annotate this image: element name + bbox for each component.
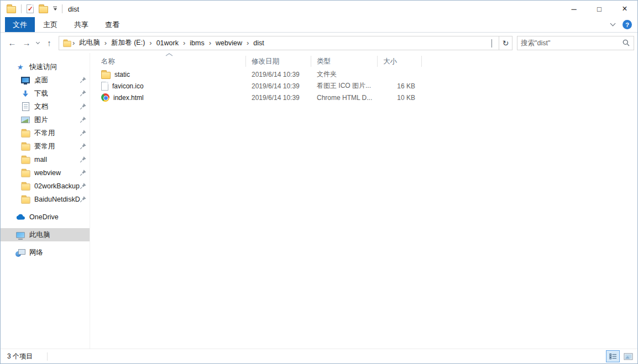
customize-qat-caret-icon[interactable] bbox=[53, 7, 57, 12]
title-bar: ✓ dist ─ □ × bbox=[1, 1, 637, 17]
sidebar-item-downloads[interactable]: 下载 bbox=[1, 87, 90, 100]
expand-ribbon-chevron-icon[interactable] bbox=[610, 21, 616, 27]
sidebar-item-label: mall bbox=[34, 156, 47, 163]
pin-icon bbox=[79, 196, 87, 203]
sidebar-item-webview[interactable]: webview bbox=[1, 166, 90, 180]
maximize-button[interactable]: □ bbox=[587, 1, 612, 17]
sidebar-item-label: 下载 bbox=[34, 89, 48, 98]
column-header-date-modified[interactable]: 修改日期 bbox=[246, 56, 311, 67]
chrome-html-icon bbox=[101, 93, 109, 102]
tab-view[interactable]: 查看 bbox=[97, 17, 128, 32]
quick-access-toolbar: ✓ bbox=[1, 4, 62, 13]
folder-icon bbox=[20, 142, 30, 151]
sidebar-item-label: webview bbox=[34, 169, 61, 177]
pin-icon bbox=[79, 103, 87, 110]
toolbar-separator bbox=[62, 4, 62, 13]
breadcrumb-webview[interactable]: webview bbox=[212, 39, 246, 47]
pictures-icon bbox=[20, 117, 30, 123]
minimize-button[interactable]: ─ bbox=[561, 1, 587, 17]
help-icon[interactable]: ? bbox=[623, 20, 632, 29]
window-title: dist bbox=[68, 5, 79, 13]
breadcrumb-ibms[interactable]: ibms bbox=[186, 39, 208, 47]
sidebar-item-label: 网络 bbox=[29, 248, 43, 257]
column-header-name[interactable]: 名称 bbox=[96, 56, 246, 67]
sidebar-item-mall[interactable]: mall bbox=[1, 153, 90, 166]
sidebar-item-buchangyong[interactable]: 不常用 bbox=[1, 126, 90, 140]
pin-icon bbox=[79, 129, 87, 137]
this-pc-icon bbox=[15, 232, 25, 238]
documents-icon bbox=[20, 102, 30, 111]
sidebar-item-yaochangyong[interactable]: 要常用 bbox=[1, 140, 90, 153]
sidebar-item-quick-access[interactable]: ★ 快速访问 bbox=[1, 60, 90, 73]
sidebar-item-desktop[interactable]: 桌面 bbox=[1, 73, 90, 87]
file-date: 2019/6/14 10:39 bbox=[246, 71, 311, 78]
tab-file[interactable]: 文件 bbox=[5, 17, 35, 32]
file-row-static[interactable]: static 2019/6/14 10:39 文件夹 bbox=[90, 68, 637, 80]
breadcrumb-this-pc[interactable]: 此电脑 bbox=[75, 38, 104, 48]
details-view-button[interactable] bbox=[606, 350, 620, 362]
downloads-icon bbox=[20, 89, 30, 98]
properties-icon[interactable]: ✓ bbox=[27, 4, 34, 13]
sidebar-item-label: 要常用 bbox=[34, 142, 55, 151]
column-header-type[interactable]: 类型 bbox=[311, 56, 378, 67]
file-type: 看图王 ICO 图片... bbox=[311, 81, 378, 91]
file-name: favicon.ico bbox=[112, 82, 144, 90]
sidebar-item-documents[interactable]: 文档 bbox=[1, 100, 90, 113]
desktop-icon bbox=[20, 77, 30, 83]
pin-icon bbox=[79, 76, 87, 84]
refresh-button[interactable]: ↻ bbox=[499, 36, 513, 50]
explorer-window: ✓ dist ─ □ × 文件 主页 共享 查看 ? ← → ↑ › 此电脑 bbox=[0, 0, 638, 364]
item-count: 3 个项目 bbox=[7, 352, 33, 361]
forward-button[interactable]: → bbox=[19, 36, 34, 50]
column-headers: 名称 修改日期 类型 大小 bbox=[90, 54, 637, 68]
sidebar-item-label: 快速访问 bbox=[29, 62, 57, 72]
window-controls: ─ □ × bbox=[561, 1, 637, 17]
sidebar-item-label: 02workBackup bbox=[34, 182, 80, 190]
file-row-index-html[interactable]: index.html 2019/6/14 10:39 Chrome HTML D… bbox=[90, 92, 637, 103]
sidebar-item-label: 图片 bbox=[34, 115, 48, 125]
close-button[interactable]: × bbox=[612, 1, 637, 17]
file-size: 16 KB bbox=[378, 82, 422, 90]
breadcrumb-drive-e[interactable]: 新加卷 (E:) bbox=[107, 38, 149, 48]
breadcrumb-dist[interactable]: dist bbox=[249, 39, 268, 47]
network-icon bbox=[15, 249, 25, 257]
sidebar-item-this-pc[interactable]: 此电脑 bbox=[1, 228, 90, 241]
search-box bbox=[517, 36, 634, 50]
address-dropdown-chevron-icon[interactable] bbox=[487, 39, 496, 47]
pin-icon bbox=[79, 182, 87, 190]
up-button[interactable]: ↑ bbox=[42, 36, 56, 50]
address-bar[interactable]: › 此电脑 › 新加卷 (E:) › 01work › ibms › webvi… bbox=[59, 36, 499, 50]
sidebar-item-onedrive[interactable]: OneDrive bbox=[1, 210, 90, 224]
tab-home[interactable]: 主页 bbox=[35, 17, 66, 32]
search-input[interactable] bbox=[517, 39, 623, 47]
pin-icon bbox=[79, 169, 87, 177]
recent-locations-chevron-icon[interactable] bbox=[34, 36, 42, 50]
folder-icon bbox=[101, 72, 111, 79]
pin-icon bbox=[79, 156, 87, 163]
address-folder-icon bbox=[63, 40, 71, 46]
sidebar-item-02workbackup[interactable]: 02workBackup bbox=[1, 180, 90, 193]
onedrive-cloud-icon bbox=[15, 214, 25, 220]
pin-icon bbox=[79, 89, 87, 97]
file-date: 2019/6/14 10:39 bbox=[246, 82, 311, 90]
sidebar-item-pictures[interactable]: 图片 bbox=[1, 113, 90, 126]
breadcrumb-01work[interactable]: 01work bbox=[153, 39, 182, 47]
folder-icon bbox=[20, 129, 30, 138]
sidebar-item-baidunetdiskd[interactable]: BaiduNetdiskD bbox=[1, 193, 90, 206]
pin-icon bbox=[79, 143, 87, 150]
search-icon[interactable] bbox=[623, 39, 630, 46]
back-button[interactable]: ← bbox=[5, 36, 19, 50]
folder-icon bbox=[20, 182, 30, 191]
tab-share[interactable]: 共享 bbox=[66, 17, 97, 32]
sidebar-item-label: 不常用 bbox=[34, 129, 55, 138]
folder-icon bbox=[20, 195, 30, 204]
new-folder-icon[interactable] bbox=[39, 6, 48, 13]
thumbnail-view-button[interactable] bbox=[621, 350, 635, 362]
file-row-favicon[interactable]: favicon.ico 2019/6/14 10:39 看图王 ICO 图片..… bbox=[90, 80, 637, 92]
file-type: 文件夹 bbox=[311, 70, 378, 79]
sidebar-item-network[interactable]: 网络 bbox=[1, 246, 90, 259]
sidebar-item-label: 此电脑 bbox=[29, 230, 50, 240]
file-size: 10 KB bbox=[378, 94, 422, 102]
check-icon: ✓ bbox=[28, 6, 33, 12]
column-header-size[interactable]: 大小 bbox=[378, 56, 422, 67]
